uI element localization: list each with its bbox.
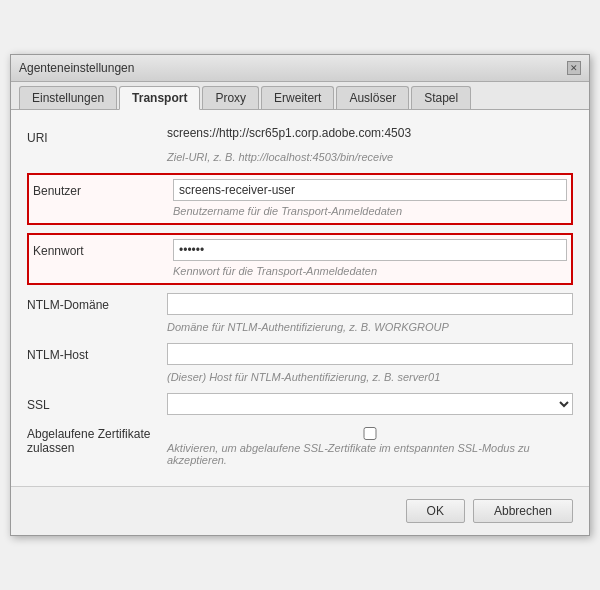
close-button[interactable]: ✕ bbox=[567, 61, 581, 75]
benutzer-highlighted-group: Benutzer Benutzername für die Transport-… bbox=[27, 173, 573, 225]
ntlm-host-hint-row: (Dieser) Host für NTLM-Authentifizierung… bbox=[27, 369, 573, 383]
ntlm-host-field bbox=[167, 343, 573, 365]
zertifikate-group: Abgelaufene Zertifikate zulassen Aktivie… bbox=[27, 425, 573, 466]
uri-hint: Ziel-URI, z. B. http://localhost:4503/bi… bbox=[167, 151, 393, 163]
ssl-group: SSL bbox=[27, 393, 573, 415]
ssl-select[interactable] bbox=[167, 393, 573, 415]
uri-label: URI bbox=[27, 126, 167, 145]
benutzer-label: Benutzer bbox=[33, 179, 173, 198]
benutzer-hint-row: Benutzername für die Transport-Anmeldeda… bbox=[33, 203, 567, 217]
tab-proxy[interactable]: Proxy bbox=[202, 86, 259, 109]
kennwort-label: Kennwort bbox=[33, 239, 173, 258]
window-title: Agenteneinstellungen bbox=[19, 61, 134, 75]
zertifikate-checkbox[interactable] bbox=[167, 427, 573, 440]
kennwort-hint: Kennwort für die Transport-Anmeldedaten bbox=[173, 265, 377, 277]
ntlm-domain-field bbox=[167, 293, 573, 315]
ntlm-domain-hint: Domäne für NTLM-Authentifizierung, z. B.… bbox=[167, 321, 449, 333]
benutzer-hint: Benutzername für die Transport-Anmeldeda… bbox=[173, 205, 402, 217]
tab-bar: Einstellungen Transport Proxy Erweitert … bbox=[11, 82, 589, 110]
uri-value: screens://http://scr65p1.corp.adobe.com:… bbox=[167, 121, 411, 140]
ntlm-host-input[interactable] bbox=[167, 343, 573, 365]
tab-transport[interactable]: Transport bbox=[119, 86, 200, 110]
kennwort-input[interactable] bbox=[173, 239, 567, 261]
kennwort-hint-row: Kennwort für die Transport-Anmeldedaten bbox=[33, 263, 567, 277]
kennwort-field bbox=[173, 239, 567, 261]
ntlm-domain-hint-row: Domäne für NTLM-Authentifizierung, z. B.… bbox=[27, 319, 573, 333]
tab-stapel[interactable]: Stapel bbox=[411, 86, 471, 109]
uri-field: screens://http://scr65p1.corp.adobe.com:… bbox=[167, 126, 573, 140]
kennwort-highlighted-group: Kennwort Kennwort für die Transport-Anme… bbox=[27, 233, 573, 285]
ssl-field bbox=[167, 393, 573, 415]
ok-button[interactable]: OK bbox=[406, 499, 465, 523]
ntlm-domain-label: NTLM-Domäne bbox=[27, 293, 167, 312]
uri-group: URI screens://http://scr65p1.corp.adobe.… bbox=[27, 126, 573, 163]
zertifikate-label: Abgelaufene Zertifikate zulassen bbox=[27, 425, 167, 455]
tab-einstellungen[interactable]: Einstellungen bbox=[19, 86, 117, 109]
uri-hint-row: Ziel-URI, z. B. http://localhost:4503/bi… bbox=[27, 149, 573, 163]
benutzer-input[interactable] bbox=[173, 179, 567, 201]
ssl-label: SSL bbox=[27, 393, 167, 412]
zertifikate-hint: Aktivieren, um abgelaufene SSL-Zertifika… bbox=[167, 442, 573, 466]
tab-erweitert[interactable]: Erweitert bbox=[261, 86, 334, 109]
ntlm-domain-group: NTLM-Domäne Domäne für NTLM-Authentifizi… bbox=[27, 293, 573, 333]
title-bar: Agenteneinstellungen ✕ bbox=[11, 55, 589, 82]
ntlm-domain-input[interactable] bbox=[167, 293, 573, 315]
zertifikate-field: Aktivieren, um abgelaufene SSL-Zertifika… bbox=[167, 425, 573, 466]
ntlm-host-label: NTLM-Host bbox=[27, 343, 167, 362]
cancel-button[interactable]: Abbrechen bbox=[473, 499, 573, 523]
ntlm-domain-row: NTLM-Domäne bbox=[27, 293, 573, 315]
ntlm-host-group: NTLM-Host (Dieser) Host für NTLM-Authent… bbox=[27, 343, 573, 383]
uri-row: URI screens://http://scr65p1.corp.adobe.… bbox=[27, 126, 573, 145]
ntlm-host-hint: (Dieser) Host für NTLM-Authentifizierung… bbox=[167, 371, 440, 383]
ntlm-host-row: NTLM-Host bbox=[27, 343, 573, 365]
dialog-window: Agenteneinstellungen ✕ Einstellungen Tra… bbox=[10, 54, 590, 536]
form-content: URI screens://http://scr65p1.corp.adobe.… bbox=[11, 110, 589, 486]
kennwort-row: Kennwort bbox=[33, 239, 567, 261]
dialog-footer: OK Abbrechen bbox=[11, 486, 589, 535]
ssl-row: SSL bbox=[27, 393, 573, 415]
benutzer-field bbox=[173, 179, 567, 201]
benutzer-row: Benutzer bbox=[33, 179, 567, 201]
tab-ausloser[interactable]: Auslöser bbox=[336, 86, 409, 109]
